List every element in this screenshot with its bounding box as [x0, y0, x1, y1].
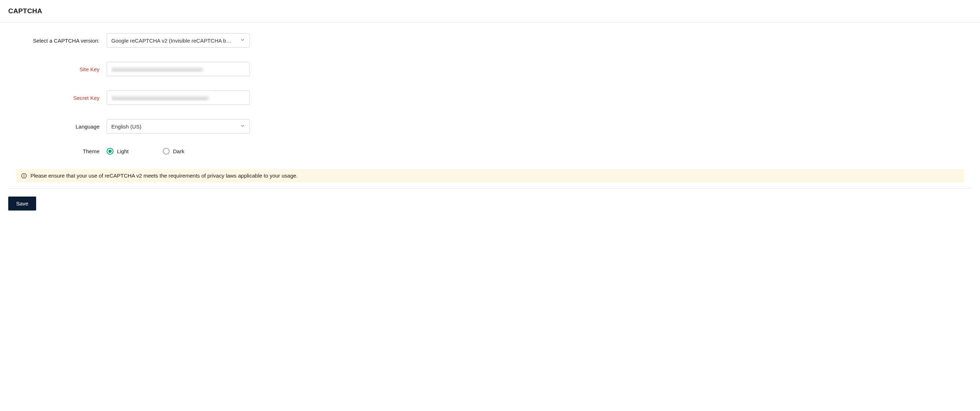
radio-theme-dark[interactable]: Dark [163, 148, 185, 155]
input-secret-key[interactable] [107, 91, 250, 105]
radio-group-theme: Light Dark [107, 148, 184, 155]
select-language[interactable]: English (US) [107, 119, 250, 134]
footer-actions: Save [0, 189, 980, 218]
label-language: Language [8, 124, 107, 130]
row-site-key: Site Key [8, 62, 972, 76]
page-title: CAPTCHA [8, 7, 972, 15]
info-icon [21, 173, 27, 178]
row-captcha-version: Select a CAPTCHA version: Google reCAPTC… [8, 33, 972, 48]
row-language: Language English (US) [8, 119, 972, 134]
radio-label-light: Light [117, 148, 129, 154]
save-button[interactable]: Save [8, 196, 36, 210]
form-content: Select a CAPTCHA version: Google reCAPTC… [0, 22, 980, 155]
info-notice: Please ensure that your use of reCAPTCHA… [16, 169, 964, 182]
select-captcha-version-value: Google reCAPTCHA v2 (Invisible reCAPTCHA… [111, 38, 231, 44]
select-captcha-version[interactable]: Google reCAPTCHA v2 (Invisible reCAPTCHA… [107, 33, 250, 48]
radio-label-dark: Dark [173, 148, 185, 154]
input-site-key[interactable] [107, 62, 250, 76]
chevron-down-icon [240, 38, 245, 44]
radio-circle-icon [163, 148, 170, 155]
label-captcha-version: Select a CAPTCHA version: [8, 38, 107, 44]
chevron-down-icon [240, 124, 245, 130]
label-secret-key: Secret Key [8, 95, 107, 101]
radio-theme-light[interactable]: Light [107, 148, 129, 155]
page-header: CAPTCHA [0, 0, 980, 22]
radio-circle-icon [107, 148, 113, 155]
notice-text: Please ensure that your use of reCAPTCHA… [30, 172, 298, 178]
label-site-key: Site Key [8, 66, 107, 72]
label-theme: Theme [8, 148, 107, 154]
row-secret-key: Secret Key [8, 91, 972, 105]
row-theme: Theme Light Dark [8, 148, 972, 155]
select-language-value: English (US) [111, 124, 141, 130]
svg-point-2 [24, 174, 24, 175]
